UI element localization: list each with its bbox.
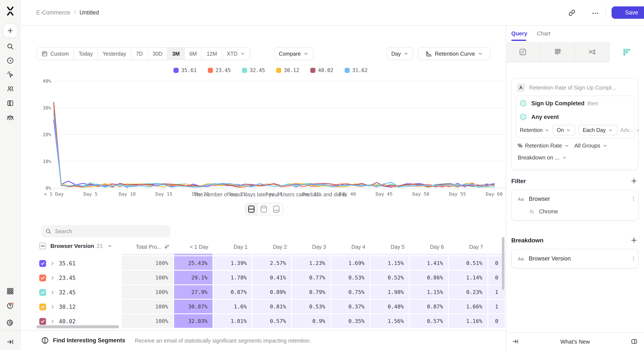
breadcrumb-title[interactable]: Untitled [80,9,99,16]
day-cell[interactable]: 1.15% [370,256,410,271]
day-column-header[interactable]: Day 3 [292,241,331,252]
day-cell[interactable]: 1.66% [449,300,488,314]
settings-gear-icon[interactable] [6,319,14,327]
first-day-cell[interactable]: 27.9% [174,285,214,300]
day-column-header[interactable]: Day 4 [331,241,370,252]
day-cell[interactable]: 0.57% [410,314,449,329]
series-line-23.45[interactable] [54,110,494,187]
day-cell[interactable]: 0.81% [253,300,292,314]
day-column-header[interactable]: < 1 Day [174,241,214,252]
day-cell-partial[interactable]: 0 [488,314,505,329]
filter-value[interactable]: Chrome [539,208,558,215]
breadcrumb-project[interactable]: E-Commerce [36,9,70,16]
view-toggle-split[interactable] [246,203,258,215]
cohorts-icon[interactable] [6,114,14,122]
group-column-header[interactable]: Browser Version21 [39,243,112,249]
expand-chevron-icon[interactable] [50,304,55,310]
view-toggle-table-only[interactable] [270,203,282,215]
day-cell[interactable]: 0.87% [214,285,253,300]
table-horizontal-scrollbar[interactable] [36,325,119,328]
breakdown-on-dropdown[interactable]: Breakdown on ... [518,154,567,161]
day-cell[interactable]: 0.53% [292,300,331,314]
day-cell[interactable]: 1.01% [214,314,253,329]
filter-kebab-icon[interactable] [630,196,637,202]
copy-link-icon[interactable] [568,9,576,17]
day-cell[interactable]: 1.39% [214,256,253,271]
day-cell[interactable]: 0.77% [292,271,331,285]
side-panel-icon[interactable] [631,338,638,345]
series-line-32.45[interactable] [54,113,494,187]
day-cell[interactable]: 0.86% [410,271,449,285]
collapse-sidebar-icon[interactable] [6,338,14,346]
create-new-button[interactable] [3,23,18,38]
day-cell[interactable]: 0.89% [253,285,292,300]
each-day-dropdown[interactable]: Each Day [578,125,617,135]
day-column-header[interactable]: Day 1 [214,241,253,252]
row-checkbox[interactable] [39,289,46,296]
range-3m[interactable]: 3M [168,48,185,60]
first-day-cell[interactable]: 32.03% [174,314,214,329]
add-breakdown-icon[interactable] [630,237,638,244]
day-cell[interactable]: 1.23% [292,256,331,271]
row-checkbox[interactable] [39,260,46,267]
tab-query[interactable]: Query [511,30,527,37]
view-toggle-chart-only[interactable] [258,203,270,215]
groups-dropdown[interactable]: All Groups [574,142,608,149]
day-cell[interactable]: 0.79% [292,285,331,300]
breakdown-kebab-icon[interactable] [630,255,637,262]
mixpanel-logo-icon[interactable] [5,6,15,16]
event-row-2[interactable]: Any event [520,113,559,121]
help-icon[interactable] [6,302,14,310]
series-line-40.02[interactable] [54,102,494,187]
day-cell[interactable]: 1.15% [410,285,449,300]
day-cell[interactable]: 0.37% [331,300,370,314]
tab-funnels-chart[interactable] [540,42,575,62]
boards-icon[interactable] [6,99,14,107]
table-row[interactable]: 35.61100%25.43%1.39%2.57%1.23%1.69%1.15%… [36,256,505,271]
day-column-header[interactable]: Day 7 [449,241,488,252]
day-cell[interactable]: 1.69% [331,256,370,271]
day-cell[interactable]: 1.6% [214,300,253,314]
day-cell[interactable]: 1.78% [214,271,253,285]
expand-chevron-icon[interactable] [50,275,55,281]
series-line-35.61[interactable] [54,120,494,187]
retention-line-chart[interactable]: 0%10%20%30%40%< 1 DayDay 5Day 10Day 15Da… [36,66,508,199]
day-cell[interactable]: 2.57% [253,256,292,271]
range-12m[interactable]: 12M [202,48,222,60]
row-checkbox[interactable] [39,275,46,281]
day-cell[interactable]: 0.75% [331,285,370,300]
table-row[interactable]: 32.45100%27.9%0.87%0.89%0.79%0.75%1.98%1… [36,285,505,300]
filter-property[interactable]: Browser [529,196,550,202]
range-30d[interactable]: 30D [148,48,168,60]
advanced-dropdown[interactable]: Adv... [620,127,640,133]
day-cell[interactable]: 0.41% [253,271,292,285]
day-cell[interactable]: 0.51% [449,256,488,271]
row-checkbox[interactable] [39,318,46,325]
day-cell[interactable]: 0.48% [370,300,410,314]
range-7d[interactable]: 7D [131,48,148,60]
expand-chevron-icon[interactable] [50,290,55,295]
apps-grid-icon[interactable] [6,287,14,295]
first-day-cell[interactable]: 25.43% [174,256,214,271]
expand-chevron-icon[interactable] [50,319,55,324]
breakdown-card[interactable]: Aa Browser Version [511,249,638,269]
query-title[interactable]: Retention Rate of Sign Up Compl... [529,84,616,91]
range-yesterday[interactable]: Yesterday [98,48,131,60]
event-row-1[interactable]: Sign Up Completed then [520,100,598,107]
discover-compass-icon[interactable] [6,57,14,64]
day-cell[interactable]: 1.16% [449,314,488,329]
range-today[interactable]: Today [74,48,98,60]
first-day-cell[interactable]: 30.87% [174,300,214,314]
filter-operator[interactable]: Is [530,208,534,215]
compare-button[interactable]: Compare [274,47,314,60]
select-all-checkbox[interactable] [39,243,46,249]
on-dropdown[interactable]: On [552,125,575,135]
day-cell[interactable]: 1.14% [449,271,488,285]
day-cell[interactable]: 0.87% [410,300,449,314]
series-line-31.62[interactable] [54,114,494,187]
granularity-button[interactable]: Day [387,47,414,60]
tab-chart[interactable]: Chart [537,30,550,37]
expand-chevron-icon[interactable] [50,261,55,266]
day-column-header[interactable]: Day 2 [253,241,292,252]
table-vertical-scrollbar[interactable] [502,237,504,290]
